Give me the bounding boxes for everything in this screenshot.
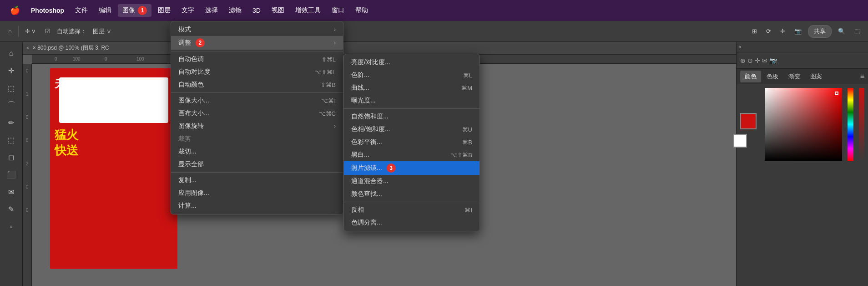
menu-levels[interactable]: 色阶... ⌘L [344,69,479,82]
camera-icon[interactable]: 📷 [792,26,804,36]
tab-color[interactable]: 颜色 [740,71,761,82]
checkbox[interactable]: ☑ [42,26,53,36]
tool-pen[interactable]: ✎ [4,201,19,217]
menu-calculations[interactable]: 计算... [171,199,343,212]
canvas-tab-title: × 800.psd @ 100% (图层 3, RC [33,44,109,52]
menu-plugins[interactable]: 增效工具 [291,5,325,16]
tool-brush[interactable]: ✏ [4,115,19,130]
menu-color-balance[interactable]: 色彩平衡... ⌘B [344,136,479,148]
tab-swatches[interactable]: 色板 [762,71,783,82]
background-color[interactable] [733,134,747,148]
menu-duplicate[interactable]: 复制... [171,174,343,187]
tab-close[interactable]: × [26,46,29,51]
panel-icon-2[interactable]: ⊙ [747,57,753,64]
menu-canvas-size[interactable]: 画布大小... ⌥⌘C [171,107,343,120]
right-panel: « ⊕ ⊙ ✛ ✉ 📷 颜色 色板 渐变 图案 ≡ [736,42,868,286]
panel-icon-5[interactable]: 📷 [769,57,777,64]
tab-pattern[interactable]: 图案 [806,71,827,82]
panel-collapse-icon[interactable]: « [738,44,742,50]
submenu-arrow-rotate: › [334,123,336,129]
menu-auto-contrast[interactable]: 自动对比度 ⌥⇧⌘L [171,66,343,78]
menu-curves[interactable]: 曲线... ⌘M [344,82,479,94]
menu-auto-tone[interactable]: 自动色调 ⇧⌘L [171,53,343,66]
menu-trim[interactable]: 裁切... [171,145,343,158]
menu-file[interactable]: 文件 [71,5,92,16]
adjust-badge: 2 [196,38,205,47]
color-gradient-picker[interactable] [765,88,842,161]
panel-menu-icon[interactable]: ≡ [860,72,864,81]
canvas-tab: × × 800.psd @ 100% (图层 3, RC [23,42,736,55]
move-tool-btn[interactable]: ✛ ∨ [22,26,39,36]
tool-home[interactable]: ⌂ [4,46,19,61]
canvas-text-2: 猛火快送 [55,128,78,158]
menu-image-mode[interactable]: 模式 › [171,23,343,36]
menu-channel-mixer[interactable]: 通道混合器... [344,175,479,188]
menu-auto-color[interactable]: 自动颜色 ⇧⌘B [171,78,343,91]
menu-vibrance[interactable]: 自然饱和度... [344,110,479,123]
tool-clone[interactable]: ⬚ [4,132,19,148]
menu-hue-sat[interactable]: 色相/饱和度... ⌘U [344,123,479,136]
menu-select[interactable]: 选择 [201,5,222,16]
menu-view[interactable]: 视图 [267,5,289,16]
menu-exposure[interactable]: 曝光度... [344,94,479,107]
photo-filter-badge: 3 [387,163,396,173]
submenu-arrow: › [334,26,336,33]
menu-window[interactable]: 窗口 [327,5,349,16]
color-cursor [835,92,838,95]
menu-color-lookup[interactable]: 颜色查找... [344,188,479,200]
history-icon[interactable]: ⟳ [763,26,774,36]
panels-icon[interactable]: ⬚ [852,26,863,36]
menu-help[interactable]: 帮助 [351,5,373,16]
menu-posterize[interactable]: 色调分离... [344,216,479,229]
menu-crop: 裁剪 [171,133,343,145]
menu-image[interactable]: 图像 1 [118,4,151,17]
panel-icon-4[interactable]: ✉ [762,57,767,64]
menu-image-rotate[interactable]: 图像旋转 › [171,120,343,133]
menu-image-adjust[interactable]: 调整 2 › [171,36,343,50]
panel-icon-3[interactable]: ✛ [755,57,760,64]
canvas-text-1: 天猫超 [55,77,85,91]
foreground-color[interactable] [740,113,757,129]
menu-bar: 🍎 Photoshop 文件 编辑 图像 1 图层 文字 选择 滤镜 3D 视图… [0,0,868,21]
auto-select-label: 自动选择： [57,27,86,36]
tool-eraser[interactable]: ◻ [4,149,19,165]
panel-header: « [737,42,868,52]
menu-layer[interactable]: 图层 [153,5,175,16]
panel-icons-row: ⊕ ⊙ ✛ ✉ 📷 [737,52,868,69]
tool-select-rect[interactable]: ⬚ [4,80,19,96]
menu-black-white[interactable]: 黑白... ⌥⇧⌘B [344,148,479,161]
ruler-vertical: 0 1 0 0 2 0 0 [23,64,32,286]
toolbar: ⌂ ✛ ∨ ☑ 自动选择： 图层 ∨ ⊞ ⟳ ✛ 📷 共享 🔍 ⬚ [0,21,868,42]
home-btn[interactable]: ⌂ [5,26,15,36]
menu-invert[interactable]: 反相 ⌘I [344,204,479,216]
arrange-icon[interactable]: ⊞ [749,26,760,36]
sep2 [171,92,343,93]
menu-text[interactable]: 文字 [177,5,199,16]
layer-dropdown[interactable]: 图层 ∨ [90,26,114,37]
transform-icon[interactable]: ✛ [777,26,788,36]
alpha-strip[interactable] [859,88,864,161]
search-icon[interactable]: 🔍 [835,26,848,36]
tool-extra[interactable]: » [4,219,19,234]
menu-reveal-all[interactable]: 显示全部 [171,158,343,171]
apple-menu[interactable]: 🍎 [5,5,25,15]
sep1 [171,51,343,51]
menu-apply-image[interactable]: 应用图像... [171,187,343,199]
menu-3d[interactable]: 3D [248,5,265,16]
menu-image-size[interactable]: 图像大小... ⌥⌘I [171,94,343,107]
app-name: Photoshop [26,5,69,16]
menu-edit[interactable]: 编辑 [94,5,116,16]
tool-move[interactable]: ✛ [4,63,19,78]
menu-brightness[interactable]: 亮度/对比度... [344,56,479,69]
panel-icon-1[interactable]: ⊕ [740,57,746,64]
menu-photo-filter[interactable]: 照片滤镜... 3 [344,161,479,175]
menu-filter[interactable]: 滤镜 [224,5,246,16]
tool-frame[interactable]: ⬛ [4,167,19,182]
adj-sep1 [344,108,479,109]
hue-strip[interactable] [848,88,853,161]
panel-tabs: 颜色 色板 渐变 图案 ≡ [737,69,868,84]
share-button[interactable]: 共享 [808,25,832,38]
tool-text[interactable]: ✉ [4,184,19,199]
tool-lasso[interactable]: ⌒ [4,97,19,113]
tab-gradient[interactable]: 渐变 [784,71,805,82]
